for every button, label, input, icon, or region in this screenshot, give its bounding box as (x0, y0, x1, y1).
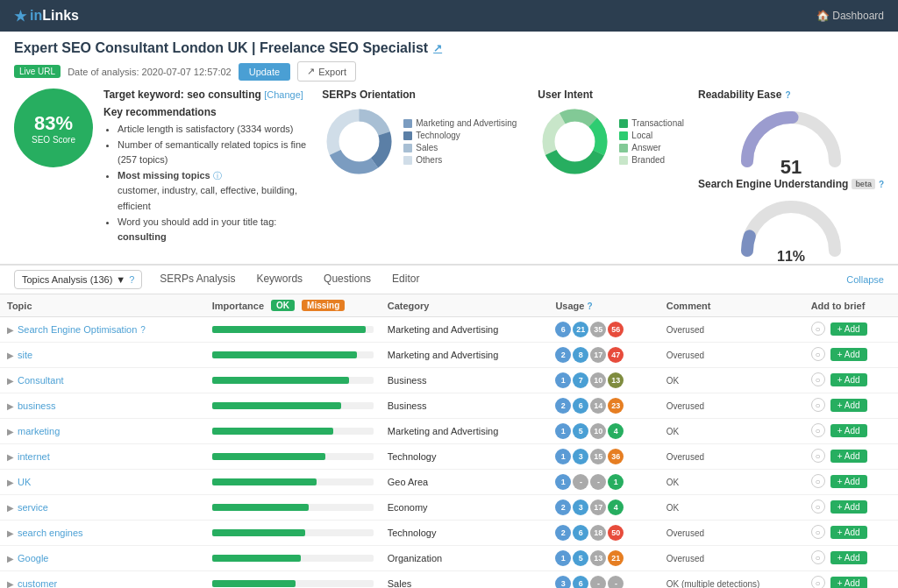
external-link[interactable]: ↗ (433, 42, 442, 54)
topic-link[interactable]: ▶site (7, 350, 198, 360)
circle-action-icon[interactable]: ○ (811, 499, 825, 514)
comment-cell: OK (multiple detections) (659, 571, 804, 589)
topic-link[interactable]: ▶Consultant (7, 375, 198, 386)
comment-cell: Overused (659, 393, 804, 419)
add-button[interactable]: + Add (830, 424, 867, 437)
user-intent-block: User Intent Transactional Local Answer B… (538, 89, 684, 179)
info-icon[interactable]: ⓘ (213, 171, 222, 181)
category-cell: Business (381, 368, 549, 393)
comment-cell: Overused (659, 546, 804, 571)
circle-action-icon[interactable]: ○ (811, 525, 825, 539)
add-button[interactable]: + Add (830, 348, 867, 361)
add-button[interactable]: + Add (830, 450, 867, 463)
topics-analysis-dropdown[interactable]: Topics Analysis (136) ▼ ? (14, 270, 142, 289)
usage-badge: - (590, 474, 606, 490)
usage-info-icon[interactable]: ? (587, 301, 592, 311)
add-to-brief-cell: ○+ Add (804, 317, 898, 340)
info-icon[interactable]: ? (129, 274, 134, 285)
usage-badges: 261423 (555, 398, 652, 414)
add-to-brief-cell: ○+ Add (804, 343, 898, 365)
topic-link[interactable]: ▶Search Engine Optimisation ? (7, 324, 198, 335)
usage-badge: 6 (573, 576, 588, 588)
tab-questions[interactable]: Questions (313, 266, 381, 294)
dashboard-nav[interactable]: 🏠 Dashboard (816, 10, 884, 22)
category-cell: Economy (381, 495, 549, 521)
usage-cell: 23174 (548, 495, 659, 521)
usage-badge: - (608, 576, 624, 588)
topic-link[interactable]: ▶customer (7, 578, 198, 588)
importance-bar-bg (212, 377, 374, 384)
rec-item: Article length is satisfactory (3334 wor… (118, 122, 308, 138)
usage-badge: 5 (573, 423, 588, 439)
seo-score-percent: 83% (34, 112, 73, 135)
usage-badge: 56 (608, 322, 624, 337)
circle-action-icon[interactable]: ○ (811, 322, 825, 336)
col-usage: Usage ? (548, 294, 659, 317)
add-to-brief-cell: ○+ Add (804, 470, 898, 492)
category-cell: Marketing and Advertising (381, 317, 549, 343)
table-row: ▶internetTechnology131536Overused○+ Add (0, 444, 898, 470)
table-row: ▶customerSales36--OK (multiple detection… (0, 571, 898, 589)
arrow-icon: ▶ (7, 325, 14, 335)
circle-action-icon[interactable]: ○ (811, 423, 825, 437)
collapse-link[interactable]: Collapse (846, 274, 884, 285)
importance-bar-fill (212, 555, 301, 562)
category-cell: Marketing and Advertising (381, 419, 549, 444)
recommendations-list: Article length is satisfactory (3334 wor… (103, 122, 308, 245)
circle-action-icon[interactable]: ○ (811, 576, 825, 588)
topic-link[interactable]: ▶business (7, 400, 198, 411)
circle-action-icon[interactable]: ○ (811, 372, 825, 386)
usage-badge: 1 (555, 372, 571, 388)
usage-badge: 2 (555, 499, 571, 515)
add-button[interactable]: + Add (830, 500, 867, 514)
comment-cell: OK (659, 368, 804, 393)
circle-action-icon[interactable]: ○ (811, 550, 825, 564)
add-button[interactable]: + Add (830, 551, 867, 564)
readability-info-icon[interactable]: ? (785, 90, 790, 100)
col-comment: Comment (659, 294, 804, 317)
key-recommendations-title: Key recommendations (103, 106, 308, 118)
topic-cell: ▶internet (0, 444, 205, 470)
app-header: ★ inLinks 🏠 Dashboard (0, 0, 898, 32)
usage-badge: 10 (590, 372, 606, 388)
ok-badge: OK (271, 300, 295, 311)
usage-badge: 1 (555, 449, 571, 464)
usage-badge: 23 (608, 398, 624, 414)
usage-badges: 261850 (555, 525, 652, 541)
comment-cell: OK (659, 419, 804, 444)
circle-action-icon[interactable]: ○ (811, 449, 825, 463)
topic-info-icon[interactable]: ? (140, 325, 146, 335)
importance-cell (205, 495, 381, 521)
export-button[interactable]: ↗ Export (297, 61, 356, 81)
topic-link[interactable]: ▶Google (7, 553, 198, 563)
tab-serps-analysis[interactable]: SERPs Analysis (149, 266, 246, 294)
importance-bar-fill (212, 580, 296, 587)
tab-keywords[interactable]: Keywords (246, 266, 313, 294)
user-intent-donut: Transactional Local Answer Branded (538, 104, 684, 179)
add-button[interactable]: + Add (830, 399, 867, 412)
change-keyword-link[interactable]: [Change] (264, 89, 303, 100)
topic-link[interactable]: ▶UK (7, 477, 198, 487)
usage-badge: 2 (555, 525, 571, 541)
circle-action-icon[interactable]: ○ (811, 474, 825, 488)
add-button[interactable]: + Add (830, 526, 867, 539)
recommendations: Target keyword: seo consulting [Change] … (103, 89, 308, 245)
topic-link[interactable]: ▶search engines (7, 528, 198, 538)
usage-badge: 14 (590, 398, 606, 414)
topic-link[interactable]: ▶marketing (7, 426, 198, 436)
add-button[interactable]: + Add (830, 475, 867, 488)
update-button[interactable]: Update (239, 63, 290, 81)
usage-badges: 171013 (555, 372, 652, 388)
circle-action-icon[interactable]: ○ (811, 347, 825, 361)
topic-link[interactable]: ▶internet (7, 451, 198, 462)
tab-editor[interactable]: Editor (381, 266, 430, 294)
topic-link[interactable]: ▶service (7, 502, 198, 513)
add-button[interactable]: + Add (830, 322, 867, 336)
table-row: ▶ConsultantBusiness171013OK○+ Add (0, 368, 898, 393)
importance-cell (205, 419, 381, 444)
add-button[interactable]: + Add (830, 373, 867, 386)
search-engine-info-icon[interactable]: ? (879, 180, 884, 189)
add-button[interactable]: + Add (830, 577, 867, 589)
circle-action-icon[interactable]: ○ (811, 398, 825, 412)
usage-badges: 1--1 (555, 474, 652, 490)
